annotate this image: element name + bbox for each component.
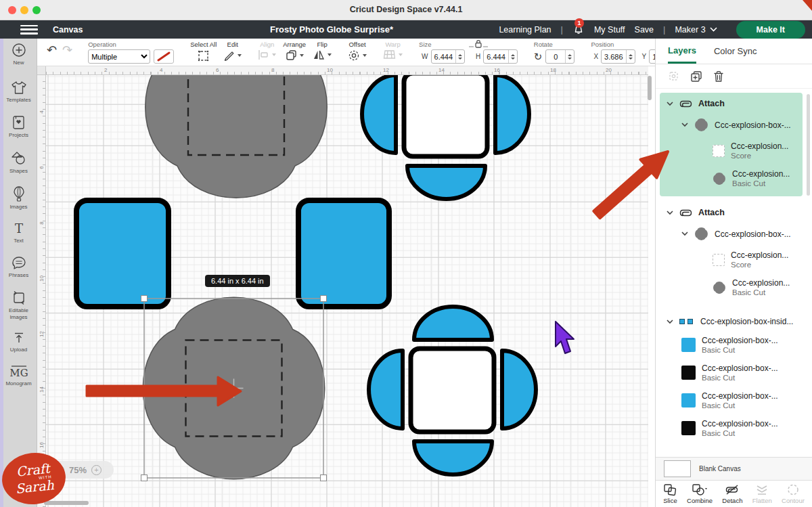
- select-all-button[interactable]: Select All: [187, 39, 220, 66]
- combine-button[interactable]: Combine: [687, 483, 713, 504]
- tab-color-sync[interactable]: Color Sync: [714, 39, 757, 64]
- chevron-down-icon[interactable]: [667, 102, 673, 106]
- layer-row-attach[interactable]: Attach: [660, 203, 803, 222]
- monogram-icon: MG: [10, 365, 28, 378]
- shape-box-pieces-top[interactable]: [362, 66, 529, 199]
- shape-explosion-box-top[interactable]: [145, 66, 328, 198]
- selection-handle-nw[interactable]: [141, 296, 148, 302]
- height-label: H: [476, 53, 480, 60]
- detach-button[interactable]: Detach: [722, 483, 742, 504]
- duplicate-icon[interactable]: [690, 70, 702, 83]
- operation-linetype-swatch[interactable]: [154, 49, 174, 64]
- layer-row-score[interactable]: Ccc-explosion...Score: [660, 137, 803, 164]
- chevron-down-icon[interactable]: [681, 123, 688, 127]
- lock-icon[interactable]: [468, 39, 489, 48]
- shape-explosion-box-selected[interactable]: [143, 297, 325, 479]
- sidebar-item-shapes[interactable]: Shapes: [0, 147, 37, 174]
- redo-icon[interactable]: ↷: [62, 44, 72, 66]
- notifications-bell-icon[interactable]: 1: [572, 24, 585, 36]
- sidebar-item-phrases[interactable]: Phrases: [0, 252, 37, 278]
- layer-row-basic-cut[interactable]: Ccc-explosion-box-...Basic Cut: [660, 359, 803, 387]
- sidebar-item-editable-images[interactable]: Editable Images: [0, 286, 37, 319]
- my-stuff-link[interactable]: My Stuff: [594, 25, 625, 35]
- flip-button[interactable]: Flip: [309, 39, 335, 66]
- layer-row-basic-cut[interactable]: Ccc-explosion-box-...Basic Cut: [660, 387, 803, 414]
- sidebar-item-templates[interactable]: Templates: [0, 76, 37, 103]
- layer-group-attach[interactable]: Attach Ccc-explosion-box-... Ccc-explosi…: [660, 202, 803, 305]
- canvas-nav-label[interactable]: Canvas: [53, 25, 83, 35]
- pos-x-stepper[interactable]: [626, 50, 635, 63]
- layer-row-basic-cut[interactable]: Ccc-explosion...Basic Cut: [660, 273, 803, 301]
- layer-row-group-item[interactable]: Ccc-explosion-box-...: [660, 113, 803, 137]
- zoom-level: 75%: [69, 465, 87, 475]
- save-link[interactable]: Save: [635, 25, 654, 35]
- layer-group-attach-selected[interactable]: Attach Ccc-explosion-box-... Ccc-explosi…: [660, 93, 803, 196]
- group-select-icon[interactable]: [668, 70, 679, 82]
- shape-box-pieces-bottom[interactable]: [369, 307, 536, 475]
- layer-row-score[interactable]: Ccc-explosion...Score: [660, 246, 803, 273]
- attach-paperclip-icon: [679, 209, 692, 217]
- blank-canvas-label: Blank Canvas: [699, 465, 741, 472]
- arrange-button[interactable]: Arrange: [279, 39, 309, 66]
- sidebar-item-images[interactable]: Images: [0, 182, 37, 210]
- operation-select[interactable]: Multiple: [88, 49, 150, 64]
- rotate-stepper[interactable]: [565, 50, 574, 63]
- layer-group-inside[interactable]: Ccc-explosion-box-insid... Ccc-explosion…: [660, 311, 803, 446]
- learning-plan-link[interactable]: Learning Plan: [499, 25, 551, 35]
- clover-shape-icon: [713, 172, 726, 185]
- zoom-in-button[interactable]: +: [91, 465, 102, 475]
- design-canvas[interactable]: 2 4 6 8 10 12 14 16 18 20 4 6 8 10 12 14…: [37, 66, 655, 507]
- chevron-down-icon[interactable]: [667, 319, 673, 324]
- layer-row-basic-cut[interactable]: Ccc-explosion-box-...Basic Cut: [660, 331, 803, 359]
- height-stepper[interactable]: [508, 50, 517, 63]
- horizontal-scrollbar[interactable]: [44, 501, 89, 505]
- sidebar-item-text[interactable]: T Text: [0, 218, 37, 244]
- contour-button[interactable]: Contour: [782, 483, 805, 504]
- chevron-down-icon[interactable]: [667, 211, 673, 215]
- ruler-label: 14: [39, 386, 45, 394]
- sidebar-item-upload[interactable]: Upload: [0, 327, 37, 353]
- trash-icon[interactable]: [713, 70, 724, 83]
- layer-row-attach[interactable]: Attach: [660, 94, 803, 113]
- make-it-button[interactable]: Make It: [736, 21, 805, 39]
- window-title: Cricut Design Space v7.44.1: [0, 5, 812, 14]
- sidebar-item-new[interactable]: New: [0, 39, 37, 66]
- ruler-label: 8: [271, 67, 274, 73]
- chevron-down-icon[interactable]: [681, 232, 688, 236]
- selection-handle-se[interactable]: [321, 475, 327, 481]
- flatten-button[interactable]: Flatten: [752, 483, 772, 504]
- layer-row-basic-cut[interactable]: Ccc-explosion...Basic Cut: [660, 164, 803, 192]
- undo-icon[interactable]: ↶: [47, 44, 57, 66]
- tab-layers[interactable]: Layers: [668, 39, 696, 64]
- menu-icon[interactable]: [20, 25, 38, 35]
- blank-canvas-swatch: [664, 460, 691, 477]
- shape-blue-lid-left[interactable]: [76, 200, 168, 307]
- edit-button[interactable]: Edit: [220, 39, 245, 66]
- vertical-scrollbar[interactable]: [648, 76, 652, 100]
- sidebar-item-monogram[interactable]: MG Monogram: [0, 361, 37, 387]
- selection-handle-ne[interactable]: [321, 296, 327, 302]
- size-group: Size W 6.444 H 6.444: [415, 39, 521, 66]
- shape-blue-lid-right[interactable]: [298, 200, 389, 307]
- offset-button[interactable]: Offset: [344, 39, 370, 66]
- score-layer-icon: [713, 145, 725, 157]
- width-stepper[interactable]: [455, 50, 464, 63]
- layers-list: Attach Ccc-explosion-box-... Ccc-explosi…: [656, 89, 812, 457]
- group-squares-icon: [679, 317, 694, 326]
- sidebar-item-projects[interactable]: Projects: [0, 111, 37, 138]
- width-input[interactable]: 6.444: [431, 49, 466, 64]
- layer-row-group-item[interactable]: Ccc-explosion-box-...: [660, 222, 803, 246]
- align-button[interactable]: Align: [254, 39, 279, 66]
- machine-selector[interactable]: Maker 3: [675, 25, 717, 35]
- blank-canvas-row[interactable]: Blank Canvas: [656, 457, 812, 480]
- layer-row-basic-cut[interactable]: Ccc-explosion-box-...Basic Cut: [660, 414, 803, 442]
- selection-handle-sw[interactable]: [141, 475, 148, 481]
- layer-row-inside-header[interactable]: Ccc-explosion-box-insid...: [660, 312, 803, 331]
- rotate-icon[interactable]: ↻: [534, 51, 543, 63]
- pos-x-input[interactable]: 3.686: [601, 49, 635, 64]
- rotate-input[interactable]: 0: [545, 49, 574, 64]
- height-input[interactable]: 6.444: [483, 49, 518, 64]
- layers-scrollbar[interactable]: [807, 94, 810, 196]
- warp-button[interactable]: Warp: [380, 39, 406, 66]
- slice-button[interactable]: Slice: [663, 483, 677, 504]
